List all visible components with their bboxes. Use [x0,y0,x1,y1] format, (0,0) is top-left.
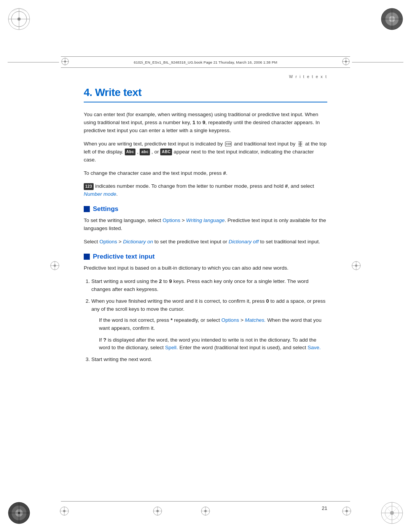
intro-para-2: When you are writing text, predictive te… [84,140,327,164]
predictive-icon [84,254,90,260]
intro-para-1: You can enter text (for example, when wr… [84,111,327,135]
predictive-steps-list: Start writing a word using the 2 to 9 ke… [91,278,327,364]
page-number: 21 [322,505,327,511]
abc-mode-badge-upper: ABC [160,149,172,155]
abc-mode-badge-lower: abc [140,149,150,155]
predictive-title: Predictive text input [93,253,155,260]
page-container: 6102i_EN_ESv1_BIL_9248318_UG.book Page 2… [0,0,411,532]
corner-decoration-tl [8,8,30,30]
corner-decoration-bl [8,502,30,524]
matches-link[interactable]: Matches. [245,317,266,323]
number-mode-link[interactable]: Number mode [84,191,116,197]
side-reg-right [351,260,362,272]
corner-decoration-br [381,502,403,524]
options-link-2[interactable]: Options [99,239,117,244]
number-mode-badge: 123 [84,183,94,190]
predictive-heading-container: Predictive text input [84,253,327,260]
predictive-step-1: Start writing a word using the 2 to 9 ke… [91,278,327,294]
svg-line-6 [19,8,27,11]
header-line-right [352,62,403,62]
settings-para-2: Select Options > Dictionary on to set th… [84,238,327,246]
reg-mark-br [341,506,352,518]
reg-mark-bm-center [200,506,211,518]
predictive-indent-2: If ? is displayed after the word, the wo… [99,336,327,352]
intro-para-4: 123 indicates number mode. To change fro… [84,182,327,198]
writing-language-link[interactable]: Writing language [186,217,225,223]
options-link-3[interactable]: Options [221,317,239,323]
predictive-step-3: Start writing the next word. [91,356,327,364]
abc-mode-badge-caps: Abc [125,149,135,155]
content-area: W r i t e t e x t 4. Write text You can … [84,74,327,486]
predictive-intro: Predictive text input is based on a buil… [84,264,327,272]
save-link[interactable]: Save. [307,345,321,350]
chapter-number: 4. [84,86,92,98]
intro-para-3: To change the character case and the tex… [84,169,327,177]
settings-title: Settings [93,205,118,213]
dictionary-on-link[interactable]: Dictionary on [123,239,153,244]
svg-line-5 [11,8,19,11]
options-link-1[interactable]: Options [162,217,180,223]
settings-heading: Settings [84,205,327,213]
chapter-name: Write text [95,86,142,98]
file-header-text: 6102i_EN_ESv1_BIL_9248318_UG.book Page 2… [134,60,277,64]
bottom-border [61,501,350,502]
reg-mark-bl [59,506,70,518]
spell-link[interactable]: Spell. [165,345,178,350]
dictionary-off-link[interactable]: Dictionary off [229,239,259,244]
predictive-step-2: When you have finished writing the word … [91,297,327,352]
file-header: 6102i_EN_ESv1_BIL_9248318_UG.book Page 2… [61,56,350,68]
settings-para-1: To set the writing language, select Opti… [84,217,327,233]
section-header: W r i t e t e x t [84,74,327,79]
reg-mark-bm-left [152,506,163,518]
svg-point-24 [390,511,394,515]
settings-icon [84,206,90,212]
header-line-left [8,62,59,62]
side-reg-left [49,260,60,272]
corner-decoration-tr [381,8,403,30]
predictive-indent-1: If the word is not correct, press * repe… [99,316,327,332]
chapter-title: 4. Write text [84,86,327,102]
